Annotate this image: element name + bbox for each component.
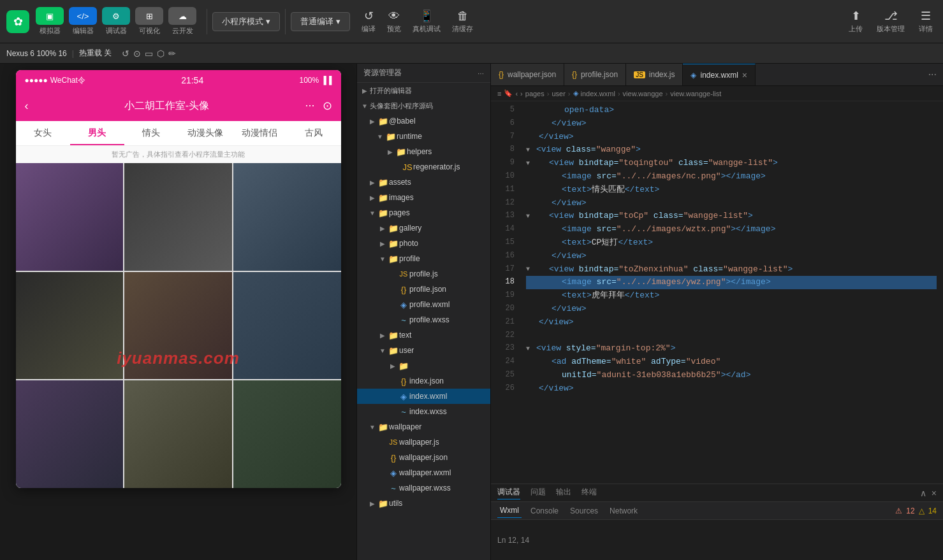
visual-button[interactable]: ⊞ <box>135 7 163 25</box>
real-debug-btn[interactable]: 📱 真机调试 <box>413 9 441 34</box>
upload-btn[interactable]: ⬆ 上传 <box>849 9 863 34</box>
nav-ancient[interactable]: 古风 <box>287 127 341 145</box>
version-btn[interactable]: ⎇ 版本管理 <box>877 9 905 34</box>
tree-item-assets[interactable]: ▶ 📁 assets <box>357 175 490 190</box>
back-nav-icon[interactable]: ‹ <box>515 90 518 97</box>
more-icon[interactable]: ··· <box>305 99 314 113</box>
tab-problems[interactable]: 问题 <box>530 487 546 499</box>
visual-btn-group[interactable]: ⊞ 可视化 <box>135 7 163 36</box>
debugger-button[interactable]: ⚙ <box>102 7 130 25</box>
more-options-icon[interactable]: ··· <box>478 69 484 78</box>
tree-item-text[interactable]: ▶ 📁 text <box>357 327 490 343</box>
tab-profile-json[interactable]: {} profile.json <box>564 64 626 86</box>
rotate-icon[interactable]: ↺ <box>122 48 129 59</box>
code-content[interactable]: open-data> </view> </view> ▼ <view class… <box>520 101 943 484</box>
tree-item-profile-wxml[interactable]: ◈ profile.wxml <box>357 297 490 312</box>
simulator-btn-group[interactable]: ▣ 模拟器 <box>36 7 64 36</box>
text-label: text <box>399 331 485 340</box>
tab-wallpaper-json[interactable]: {} wallpaper.json <box>491 64 564 86</box>
tree-item-profile-json[interactable]: {} profile.json <box>357 282 490 297</box>
photo-7[interactable] <box>16 380 124 488</box>
breadcrumb-wangge: view.wangge <box>623 90 663 97</box>
tab-close-icon[interactable]: × <box>742 70 747 80</box>
tree-item-profile-js[interactable]: JS profile.js <box>357 266 490 282</box>
cloud-btn-group[interactable]: ☁ 云开发 <box>168 7 196 36</box>
tree-item-index-wxss[interactable]: ~ index.wxss <box>357 404 490 419</box>
tree-item-helpers[interactable]: ▶ 📁 helpers <box>357 144 490 159</box>
tree-item-wallpaper-wxml[interactable]: ◈ wallpaper.wxml <box>357 465 490 480</box>
collapse-arrow[interactable]: ▼ <box>526 264 530 275</box>
source-root-section[interactable]: ▼ 头像套图小程序源码 <box>357 98 490 113</box>
tree-item-wallpaper-json[interactable]: {} wallpaper.json <box>357 450 490 465</box>
tree-item-utils[interactable]: ▶ 📁 utils <box>357 496 490 511</box>
hot-reload-toggle[interactable]: 热重载 关 <box>79 48 112 59</box>
clear-cache-btn[interactable]: 🗑 清缓存 <box>452 10 473 34</box>
console-tab-network[interactable]: Network <box>607 504 640 518</box>
photo-8[interactable] <box>124 380 232 488</box>
tree-item-images[interactable]: ▶ 📁 images <box>357 190 490 205</box>
photo-9[interactable] <box>233 380 341 488</box>
photo-4[interactable] <box>16 272 124 380</box>
tree-item-regenerator[interactable]: JS regenerator.js <box>357 159 490 175</box>
tab-terminal[interactable]: 终端 <box>581 487 597 499</box>
nav-male[interactable]: 男头 <box>70 127 124 145</box>
tree-item-index-wxml[interactable]: ◈ index.wxml <box>357 389 490 404</box>
simulator-button[interactable]: ▣ <box>36 7 64 25</box>
collapse-arrow[interactable]: ▼ <box>526 159 530 169</box>
mode-selector[interactable]: 小程序模式 ▾ <box>212 12 280 31</box>
tab-index-wxml[interactable]: ◈ index.wxml × <box>683 64 756 86</box>
nav-anime[interactable]: 动漫头像 <box>179 127 233 145</box>
tree-item-profile-wxss[interactable]: ~ profile.wxss <box>357 312 490 327</box>
tab-more-button[interactable]: ··· <box>922 69 943 80</box>
preview-btn[interactable]: 👁 预览 <box>387 10 401 34</box>
console-tab-console[interactable]: Console <box>528 504 561 518</box>
details-btn[interactable]: ☰ 详情 <box>919 9 933 34</box>
tab-index-js[interactable]: JS index.js <box>626 64 683 86</box>
tree-item-wallpaper-js[interactable]: JS wallpaper.js <box>357 434 490 450</box>
editor-btn-group[interactable]: </> 编辑器 <box>69 7 97 36</box>
close-panel-icon[interactable]: × <box>932 488 937 498</box>
helpers-arrow: ▶ <box>385 148 395 155</box>
open-editors-section[interactable]: ▶ 打开的编辑器 <box>357 83 490 98</box>
folder-icon: 📁 <box>385 132 397 141</box>
tree-item-runtime[interactable]: ▼ 📁 runtime <box>357 129 490 144</box>
console-tab-wxml[interactable]: Wxml <box>497 503 522 518</box>
collapse-arrow[interactable]: ▼ <box>526 344 530 354</box>
console-tab-sources[interactable]: Sources <box>567 504 601 518</box>
tree-item-pages[interactable]: ▼ 📁 pages <box>357 205 490 220</box>
camera-icon[interactable]: ⊙ <box>323 99 332 113</box>
photo-2[interactable] <box>124 163 232 271</box>
debugger-btn-group[interactable]: ⚙ 调试器 <box>102 7 130 36</box>
tree-item-babel[interactable]: ▶ 📁 @babel <box>357 113 490 129</box>
tree-item-user-sub[interactable]: ▶ 📁 <box>357 358 490 373</box>
photo-3[interactable] <box>233 163 341 271</box>
photo-6[interactable] <box>233 272 341 380</box>
share-icon[interactable]: ⬡ <box>157 48 164 59</box>
open-editors-label: 打开的编辑器 <box>370 86 485 96</box>
nav-couple[interactable]: 情头 <box>124 127 179 145</box>
forward-nav-icon[interactable]: › <box>520 90 523 97</box>
nav-anime-couple[interactable]: 动漫情侣 <box>233 127 287 145</box>
tree-item-wallpaper[interactable]: ▼ 📁 wallpaper <box>357 419 490 434</box>
chevron-up-icon[interactable]: ∧ <box>920 488 926 498</box>
tree-item-index-json[interactable]: {} index.json <box>357 373 490 389</box>
tree-item-profile[interactable]: ▼ 📁 profile <box>357 251 490 266</box>
editor-button[interactable]: </> <box>69 7 97 25</box>
paint-icon[interactable]: ✏ <box>168 48 176 59</box>
tree-item-gallery[interactable]: ▶ 📁 gallery <box>357 220 490 236</box>
compile-selector[interactable]: 普通编译 ▾ <box>291 12 350 31</box>
record-icon[interactable]: ⊙ <box>133 48 141 59</box>
refresh-btn[interactable]: ↺ 编译 <box>362 9 376 34</box>
tree-item-photo[interactable]: ▶ 📁 photo <box>357 236 490 251</box>
tab-output[interactable]: 输出 <box>556 487 571 499</box>
tablet-icon[interactable]: ▭ <box>145 48 153 59</box>
cloud-button[interactable]: ☁ <box>168 7 196 25</box>
tree-item-wallpaper-wxss[interactable]: ~ wallpaper.wxss <box>357 480 490 496</box>
tree-item-user[interactable]: ▼ 📁 user <box>357 343 490 358</box>
collapse-arrow[interactable]: ▼ <box>526 145 530 155</box>
collapse-arrow[interactable]: ▼ <box>526 212 530 222</box>
photo-1[interactable] <box>16 163 124 271</box>
tab-debugger[interactable]: 调试器 <box>497 487 520 499</box>
js-tab-icon: JS <box>634 71 645 78</box>
nav-female[interactable]: 女头 <box>16 127 70 145</box>
